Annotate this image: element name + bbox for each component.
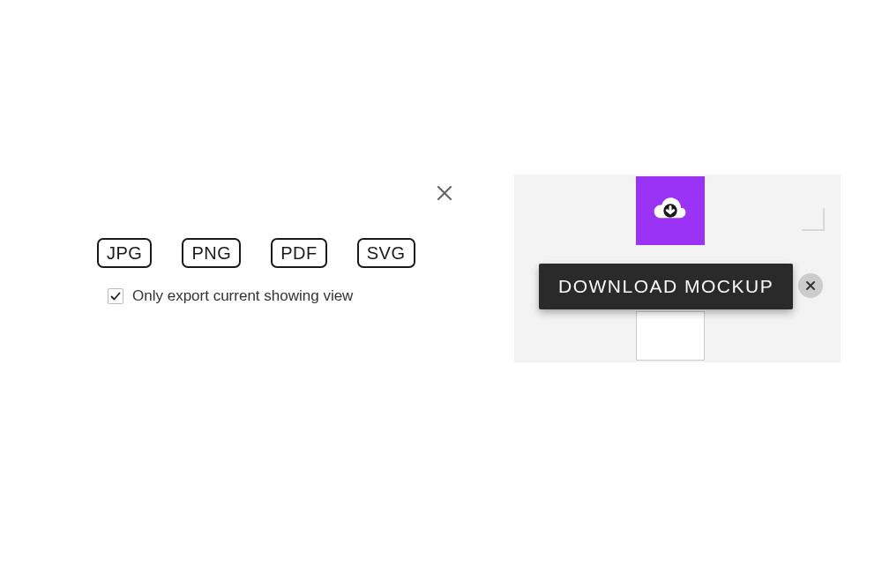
close-icon (804, 279, 818, 293)
format-pdf-button[interactable]: PDF (271, 238, 327, 268)
export-current-view-row: Only export current showing view (108, 287, 485, 305)
export-current-view-label: Only export current showing view (132, 287, 353, 305)
checkmark-icon (109, 290, 122, 302)
download-mockup-tooltip: DOWNLOAD MOCKUP (539, 264, 793, 309)
tooltip-close-button[interactable] (798, 273, 823, 298)
thumbnail-frame (636, 311, 705, 361)
format-png-button[interactable]: PNG (182, 238, 241, 268)
format-row: JPG PNG PDF SVG (97, 238, 485, 268)
format-svg-button[interactable]: SVG (357, 238, 415, 268)
preview-panel: DOWNLOAD MOCKUP (514, 175, 841, 362)
export-current-view-checkbox[interactable] (108, 288, 123, 304)
format-jpg-button[interactable]: JPG (97, 238, 152, 268)
cloud-download-icon (651, 191, 690, 230)
wireframe-marks (763, 192, 825, 254)
export-panel: JPG PNG PDF SVG Only export current show… (88, 176, 485, 305)
download-mockup-button[interactable] (636, 176, 705, 245)
